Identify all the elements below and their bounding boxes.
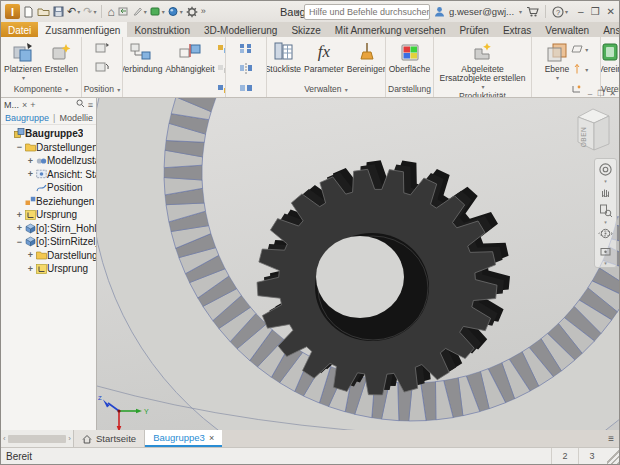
undo-icon[interactable]: ↶▾	[67, 6, 80, 17]
pattern-mirror-icon[interactable]	[239, 60, 253, 78]
tab-pr-fen[interactable]: Prüfen	[452, 22, 495, 37]
abgeleitete-ersatzobjekte-button[interactable]: Abgeleitete Ersatzobjekte erstellen▾	[437, 39, 529, 91]
browser-add-icon[interactable]: +	[30, 100, 35, 110]
browser-hscrollbar[interactable]: ‹›	[1, 430, 74, 447]
erstellen-button[interactable]: Erstellen	[44, 39, 79, 75]
save-icon[interactable]	[53, 6, 64, 17]
work-plane-small-icon[interactable]	[571, 40, 583, 58]
tab-list-menu-icon[interactable]: ≡	[603, 430, 619, 447]
return-icon[interactable]	[118, 6, 129, 17]
open-file-icon[interactable]	[37, 6, 50, 17]
tree-expander[interactable]: −	[15, 142, 24, 152]
ebene-button[interactable]: Ebene▾	[544, 39, 571, 82]
tab-close-icon[interactable]: ×	[209, 433, 214, 443]
tab-ansicht[interactable]: Ansicht	[596, 22, 620, 37]
new-file-icon[interactable]	[23, 6, 34, 18]
tree-expander[interactable]: +	[26, 250, 35, 260]
tree-item-position[interactable]: Position	[1, 181, 96, 195]
tab-mit-anmerkung-versehen[interactable]: Mit Anmerkung versehen	[328, 22, 453, 37]
orbit-icon[interactable]	[597, 225, 614, 242]
tree-item-ursprung[interactable]: +Ursprung	[1, 208, 96, 222]
home-icon[interactable]: ⌂	[107, 6, 114, 18]
quick-access-toolbar: ↶▾ ↷▾ ⌂ ▾ ▾ ▾ »	[23, 5, 206, 18]
vereinfachen-button[interactable]: Verein	[601, 39, 619, 75]
restore-button[interactable]: ❐	[591, 7, 600, 17]
tree-item--o-stirnritzel-in[interactable]: −[o]:StirnRitzel_In	[1, 235, 96, 249]
show-constraints-icon[interactable]	[217, 80, 226, 97]
tab-datei[interactable]: Datei	[1, 22, 38, 37]
tab-konstruktion[interactable]: Konstruktion	[127, 22, 197, 37]
pattern-copy-icon[interactable]	[239, 80, 253, 97]
tree-expander[interactable]: +	[26, 156, 35, 166]
bereinigen-button[interactable]: Bereinigen	[346, 39, 386, 75]
inventor-logo-icon[interactable]: I	[5, 4, 20, 19]
appearance-icon[interactable]: ▾	[168, 6, 183, 17]
tree-expander[interactable]: −	[15, 237, 24, 247]
doc-close-button[interactable]: ✕	[609, 89, 616, 98]
tree-expander[interactable]: +	[26, 264, 35, 274]
tab-3d-modellierung[interactable]: 3D-Modellierung	[197, 22, 284, 37]
browser-close-icon[interactable]: ×	[22, 100, 27, 110]
settings-gear-icon[interactable]	[186, 6, 198, 18]
tree-item-baugruppe3[interactable]: Baugruppe3	[1, 127, 96, 141]
tab-extras[interactable]: Extras	[496, 22, 538, 37]
help-search-input[interactable]: Hilfe und Befehle durchsuchen...	[304, 4, 430, 20]
oberflaeche-button[interactable]: Oberfläche	[388, 39, 432, 75]
user-avatar-icon[interactable]	[434, 6, 445, 17]
tab-skizze[interactable]: Skizze	[284, 22, 327, 37]
redo-icon[interactable]: ↷▾	[83, 6, 96, 17]
browser-search-icon[interactable]	[76, 99, 85, 110]
minimize-button[interactable]: –	[578, 7, 584, 17]
abhaengigkeit-button[interactable]: Abhängigkeit	[164, 39, 215, 75]
tab-baugruppe3[interactable]: Baugruppe3 ×	[145, 430, 222, 447]
work-point-icon[interactable]	[571, 80, 583, 97]
sketch-icon[interactable]: ▾	[132, 6, 147, 17]
tree-expander[interactable]: +	[26, 169, 35, 179]
search-collapse-chevron[interactable]: ▸	[296, 8, 300, 16]
doc-minimize-button[interactable]: –	[588, 89, 592, 98]
free-move-icon[interactable]	[95, 40, 110, 58]
work-axis-icon[interactable]	[571, 60, 583, 78]
resize-grip[interactable]	[607, 448, 619, 464]
tree-item-beziehungen[interactable]: Beziehungen	[1, 195, 96, 209]
tab-startseite[interactable]: Startseite	[74, 430, 145, 447]
free-rotate-icon[interactable]	[95, 60, 110, 78]
tree-expander[interactable]: +	[15, 210, 24, 220]
qat-overflow-chevron[interactable]: »	[201, 7, 206, 16]
tree-item-ursprung[interactable]: +Ursprung	[1, 262, 96, 276]
graphics-viewport[interactable]: YXZ OBEN ▾ ▾ ▾	[97, 98, 619, 430]
tree-item-darstellungen[interactable]: −Darstellungen	[1, 141, 96, 155]
group-label-verwalten[interactable]: Verwalten ▾	[267, 84, 385, 97]
pattern-rect-icon[interactable]	[239, 40, 253, 58]
doc-restore-button[interactable]: ❐	[597, 89, 604, 98]
browser-menu-icon[interactable]: ≡	[88, 100, 93, 110]
viewcube[interactable]: OBEN	[570, 102, 616, 158]
pan-hand-icon[interactable]	[597, 184, 614, 201]
material-icon[interactable]: ▾	[150, 6, 165, 17]
parameter-button[interactable]: fx Parameter	[303, 39, 345, 75]
platzieren-button[interactable]: Platzieren▾	[3, 39, 43, 82]
browser-tab-baugruppe[interactable]: Baugruppe	[5, 113, 49, 123]
user-menu-chevron[interactable]: ▾	[519, 8, 522, 15]
browser-tab-modellierung[interactable]: Modellie	[59, 113, 93, 123]
assembly-constraint-icon[interactable]	[217, 40, 226, 58]
look-at-icon[interactable]	[597, 243, 614, 260]
tree-expander[interactable]: +	[15, 223, 24, 233]
signed-in-user[interactable]: g.weser@gwj...	[449, 6, 514, 17]
tree-item-modellzustand[interactable]: +Modellzustand	[1, 154, 96, 168]
tree-item-darstellungen[interactable]: +Darstellungen	[1, 249, 96, 263]
navigation-wheel-icon[interactable]	[597, 161, 614, 178]
verbindung-button[interactable]: Verbindung	[123, 39, 163, 75]
constraint-set-icon[interactable]	[217, 60, 226, 78]
tab-zusammenf-gen[interactable]: Zusammenfügen	[38, 22, 127, 37]
zoom-icon[interactable]	[597, 202, 614, 219]
group-label-komponente[interactable]: Komponente ▾	[1, 84, 81, 97]
tab-verwalten[interactable]: Verwalten	[538, 22, 596, 37]
close-button[interactable]: ✕	[607, 7, 615, 17]
help-icon[interactable]: ?▾	[552, 6, 568, 18]
store-cart-icon[interactable]	[526, 6, 539, 17]
tree-item--o-stirn-hohlrad[interactable]: +[o]:Stirn_Hohlrad	[1, 222, 96, 236]
tree-item-ansicht-stand[interactable]: +Ansicht: Stand	[1, 168, 96, 182]
stueckliste-button[interactable]: Stückliste	[267, 39, 302, 75]
group-label-position[interactable]: Position ▾	[82, 84, 122, 97]
